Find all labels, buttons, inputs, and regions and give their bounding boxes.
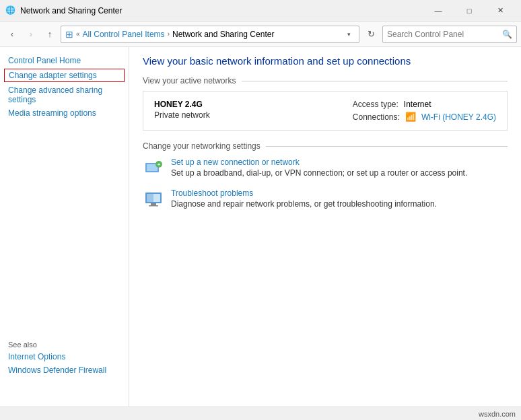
- access-row: Access type: Internet: [353, 100, 496, 109]
- new-connection-link[interactable]: Set up a new connection or network: [171, 158, 300, 167]
- network-right: Access type: Internet Connections: 📶 Wi-…: [353, 100, 496, 122]
- wifi-connection-link[interactable]: Wi-Fi (HONEY 2.4G): [421, 112, 496, 122]
- change-settings-header: Change your networking settings: [143, 141, 508, 151]
- wifi-signal-icon: 📶: [405, 112, 416, 122]
- up-button[interactable]: ↑: [42, 26, 58, 42]
- breadcrumb-dropdown-button[interactable]: ▾: [343, 26, 355, 42]
- setting-item-troubleshoot: Troubleshoot problems Diagnose and repai…: [143, 188, 508, 210]
- setting-item-new-connection: + Set up a new connection or network Set…: [143, 158, 508, 179]
- sidebar: Control Panel Home Change adapter settin…: [0, 47, 129, 407]
- access-type-value: Internet: [404, 100, 431, 109]
- breadcrumb-current: Network and Sharing Center: [172, 30, 274, 39]
- titlebar-controls: — □ ✕: [423, 0, 516, 22]
- titlebar-icon: 🌐: [5, 5, 16, 16]
- minimize-button[interactable]: —: [423, 0, 454, 22]
- back-button[interactable]: ‹: [4, 26, 20, 42]
- search-input[interactable]: [387, 30, 502, 39]
- svg-text:+: +: [158, 162, 161, 168]
- search-icon: 🔍: [502, 30, 512, 39]
- svg-rect-7: [151, 203, 156, 205]
- page-title: View your basic network information and …: [143, 55, 508, 67]
- see-also-label: See also: [0, 338, 129, 350]
- network-name: HONEY 2.4G: [154, 100, 210, 109]
- breadcrumb-home-icon: ⊞: [65, 29, 73, 40]
- maximize-button[interactable]: □: [454, 0, 485, 22]
- network-type: Private network: [154, 110, 210, 120]
- forward-button[interactable]: ›: [23, 26, 39, 42]
- addressbar: ‹ › ↑ ⊞ « All Control Panel Items › Netw…: [0, 22, 521, 47]
- access-type-label: Access type:: [353, 100, 398, 109]
- new-connection-desc: Set up a broadband, dial-up, or VPN conn…: [171, 168, 467, 178]
- close-button[interactable]: ✕: [485, 0, 516, 22]
- content-area: View your basic network information and …: [129, 47, 521, 407]
- titlebar: 🌐 Network and Sharing Center — □ ✕: [0, 0, 521, 22]
- sidebar-item-internet-options[interactable]: Internet Options: [0, 350, 129, 363]
- new-connection-icon: +: [143, 158, 164, 179]
- main-layout: Control Panel Home Change adapter settin…: [0, 47, 521, 407]
- statusbar-text: wsxdn.com: [479, 410, 516, 418]
- network-info-box: HONEY 2.4G Private network Access type: …: [143, 91, 508, 131]
- connections-label: Connections:: [353, 112, 400, 122]
- troubleshoot-link[interactable]: Troubleshoot problems: [171, 188, 253, 198]
- connections-row: Connections: 📶 Wi-Fi (HONEY 2.4G): [353, 112, 496, 122]
- breadcrumb-all-items[interactable]: All Control Panel Items: [83, 30, 165, 39]
- sidebar-item-control-panel-home[interactable]: Control Panel Home: [0, 54, 129, 67]
- breadcrumb-bar: ⊞ « All Control Panel Items › Network an…: [61, 26, 359, 43]
- network-left: HONEY 2.4G Private network: [154, 100, 210, 120]
- breadcrumb-chevron-2: ›: [168, 30, 170, 38]
- sidebar-item-change-advanced-sharing[interactable]: Change advanced sharing settings: [0, 83, 129, 106]
- titlebar-title: Network and Sharing Center: [20, 6, 423, 15]
- svg-rect-6: [147, 194, 153, 202]
- refresh-button[interactable]: ↻: [362, 26, 380, 43]
- sidebar-item-change-adapter-settings[interactable]: Change adapter settings: [4, 69, 125, 82]
- troubleshoot-desc: Diagnose and repair network problems, or…: [171, 199, 437, 209]
- sidebar-item-media-streaming[interactable]: Media streaming options: [0, 106, 129, 120]
- new-connection-text: Set up a new connection or network Set u…: [171, 158, 467, 178]
- svg-rect-8: [149, 205, 158, 207]
- sidebar-item-windows-defender[interactable]: Windows Defender Firewall: [0, 363, 129, 377]
- search-bar: 🔍: [382, 26, 517, 43]
- troubleshoot-text: Troubleshoot problems Diagnose and repai…: [171, 188, 437, 209]
- active-networks-header: View your active networks: [143, 76, 508, 85]
- breadcrumb-chevron-1: «: [76, 30, 80, 38]
- change-settings-section: Change your networking settings + Set up…: [143, 141, 508, 210]
- statusbar: wsxdn.com: [0, 407, 521, 420]
- troubleshoot-icon: [143, 188, 164, 210]
